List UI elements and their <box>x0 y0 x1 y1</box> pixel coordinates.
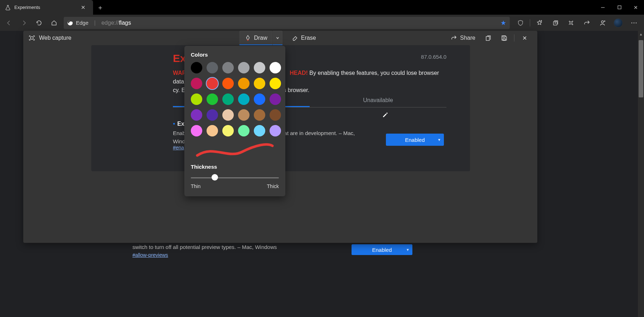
site-identity-label: Edge <box>76 20 88 26</box>
slider-min-label: Thin <box>191 183 200 189</box>
color-swatch[interactable] <box>207 109 218 121</box>
color-swatch[interactable] <box>222 78 234 89</box>
color-swatch[interactable] <box>254 93 265 105</box>
page-scrollbar[interactable]: ▲ <box>638 31 644 317</box>
thickness-heading: Thickness <box>191 164 279 170</box>
site-identity[interactable]: Edge <box>67 20 88 26</box>
eraser-icon <box>292 35 298 41</box>
web-capture-icon[interactable] <box>563 16 579 30</box>
color-swatch[interactable] <box>238 62 250 73</box>
flask-icon <box>5 5 11 10</box>
color-swatch[interactable] <box>270 125 281 136</box>
color-swatch[interactable] <box>254 109 265 121</box>
chevron-down-icon: ▾ <box>407 247 409 252</box>
nav-refresh-button[interactable] <box>32 16 46 30</box>
address-bar[interactable]: Edge | edge://flags ★ <box>64 17 510 29</box>
color-swatch[interactable] <box>222 93 234 105</box>
pen-icon <box>244 35 251 41</box>
erase-tool[interactable]: Erase <box>286 31 321 45</box>
version-label: 87.0.654.0 <box>421 54 446 60</box>
color-swatch[interactable] <box>207 78 218 89</box>
color-swatch[interactable] <box>270 78 281 89</box>
favorites-icon[interactable] <box>532 16 547 30</box>
window-minimize-button[interactable] <box>595 0 611 15</box>
window-maximize-button[interactable] <box>611 0 628 15</box>
svg-rect-15 <box>31 37 33 39</box>
svg-rect-8 <box>570 22 572 24</box>
color-swatch[interactable] <box>191 78 202 89</box>
window-close-button[interactable]: ✕ <box>628 0 644 15</box>
nav-home-button[interactable] <box>47 16 61 30</box>
web-capture-title: Web capture <box>39 35 71 41</box>
color-swatch[interactable] <box>254 125 265 136</box>
slider-max-label: Thick <box>267 183 279 189</box>
svg-rect-16 <box>486 37 489 40</box>
share-toolbar-icon[interactable] <box>579 16 595 30</box>
color-swatch[interactable] <box>238 78 250 89</box>
tab-title: Experiments <box>14 5 74 10</box>
color-swatch[interactable] <box>238 93 250 105</box>
color-swatch[interactable] <box>238 109 250 121</box>
browser-tab[interactable]: Experiments ✕ <box>0 0 93 15</box>
draw-options-popover: Colors Thickness Thin Thick <box>184 46 285 196</box>
save-button[interactable] <box>496 31 512 45</box>
color-swatch[interactable] <box>270 109 281 121</box>
share-button[interactable]: Share <box>447 31 479 45</box>
color-swatch-grid <box>191 62 279 136</box>
color-swatch[interactable] <box>191 62 202 73</box>
slider-thumb[interactable] <box>212 174 218 181</box>
nav-back-button[interactable] <box>2 16 16 30</box>
flag-hash-link[interactable]: #ena <box>173 145 184 150</box>
color-swatch[interactable] <box>222 62 234 73</box>
web-capture-badge-icon <box>28 34 35 42</box>
profile-avatar[interactable] <box>610 16 626 30</box>
tracking-prevention-icon[interactable] <box>513 16 528 30</box>
thickness-slider[interactable] <box>191 174 279 181</box>
color-swatch[interactable] <box>207 62 218 73</box>
color-swatch[interactable] <box>254 62 265 73</box>
profile-menu-icon[interactable] <box>595 16 610 30</box>
copy-button[interactable] <box>480 31 495 45</box>
color-swatch[interactable] <box>191 93 202 105</box>
colors-heading: Colors <box>191 52 279 58</box>
flag-state-select[interactable]: Enabled ▾ <box>386 134 444 146</box>
chevron-down-icon: ▾ <box>438 137 440 142</box>
modified-dot-icon: • <box>173 120 175 128</box>
address-separator: | <box>94 20 96 26</box>
nav-forward-button[interactable] <box>17 16 31 30</box>
color-swatch[interactable] <box>254 78 265 89</box>
svg-rect-18 <box>503 36 505 37</box>
scroll-up-icon[interactable]: ▲ <box>639 32 643 37</box>
svg-point-9 <box>601 21 604 23</box>
color-swatch[interactable] <box>270 93 281 105</box>
stroke-preview <box>191 141 279 160</box>
color-swatch[interactable] <box>207 93 218 105</box>
draw-tool-dropdown[interactable] <box>273 31 283 45</box>
close-capture-button[interactable]: ✕ <box>517 31 532 45</box>
color-swatch[interactable] <box>222 125 234 136</box>
draw-tool[interactable]: Draw <box>239 31 272 45</box>
settings-more-icon[interactable] <box>626 16 642 30</box>
svg-point-14 <box>636 22 637 23</box>
svg-point-13 <box>634 22 635 23</box>
edit-pencil-icon[interactable] <box>382 112 388 120</box>
new-tab-button[interactable]: ＋ <box>93 0 107 15</box>
collections-icon[interactable] <box>547 16 563 30</box>
flags-tab-unavailable[interactable]: Unavailable <box>310 93 446 107</box>
flag-state-select[interactable]: Enabled ▾ <box>352 244 412 255</box>
flag-hash-link[interactable]: #allow-previews <box>132 252 168 258</box>
tab-close-icon[interactable]: ✕ <box>78 4 88 11</box>
edge-icon <box>67 20 73 26</box>
svg-rect-1 <box>618 6 621 9</box>
address-url: edge://flags <box>101 20 131 26</box>
color-swatch[interactable] <box>191 109 202 121</box>
scroll-thumb[interactable] <box>639 40 643 97</box>
color-swatch[interactable] <box>207 125 218 136</box>
color-swatch[interactable] <box>238 125 250 136</box>
svg-point-12 <box>631 22 633 23</box>
color-swatch[interactable] <box>222 109 234 121</box>
color-swatch[interactable] <box>270 62 281 73</box>
favorite-star-icon[interactable]: ★ <box>500 19 506 27</box>
color-swatch[interactable] <box>191 125 202 136</box>
